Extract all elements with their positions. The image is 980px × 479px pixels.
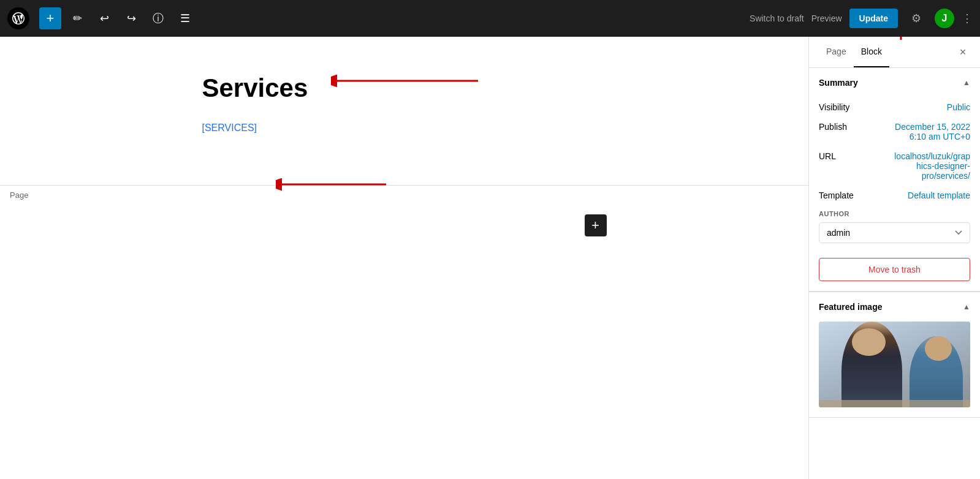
settings-gear-button[interactable]: ⚙ (905, 7, 927, 29)
featured-image-section-header[interactable]: Featured image ▲ (809, 292, 980, 322)
add-block-inline-button[interactable]: + (585, 214, 607, 236)
update-button[interactable]: Update (849, 9, 898, 28)
template-row: Template Default template (809, 186, 980, 205)
url-label: URL (819, 151, 868, 161)
redo-button[interactable]: ↪ (120, 7, 142, 29)
visibility-value[interactable]: Public (947, 102, 970, 112)
featured-image-chevron-icon: ▲ (963, 303, 970, 311)
sidebar-header: Page Block × (809, 37, 980, 68)
person2-head (925, 336, 952, 361)
toolbar-right: Switch to draft Preview Update ⚙ J ⋮ (750, 7, 973, 29)
author-select[interactable]: admin (819, 222, 970, 243)
editor-content: Services [SERVICES] + (153, 37, 656, 185)
publish-value[interactable]: December 15, 20226:10 am UTC+0 (895, 122, 970, 141)
preview-button[interactable]: Preview (811, 13, 842, 23)
template-row-wrapper: Template Default template (809, 186, 980, 205)
switch-to-draft-button[interactable]: Switch to draft (750, 13, 804, 23)
author-label: AUTHOR (819, 210, 970, 217)
visibility-label: Visibility (819, 102, 868, 112)
template-label: Template (819, 190, 868, 200)
desk-area (819, 400, 970, 407)
page-shortcode[interactable]: [SERVICES] (202, 123, 607, 134)
page-title[interactable]: Services (202, 74, 607, 103)
publish-row: Publish December 15, 20226:10 am UTC+0 (809, 117, 980, 146)
info-button[interactable]: ⓘ (147, 7, 169, 29)
tab-page[interactable]: Page (819, 37, 854, 67)
person1-head (852, 328, 885, 356)
featured-image-container[interactable] (819, 322, 970, 407)
wp-logo (7, 7, 29, 29)
main-area: Services [SERVICES] + Page Page Block (0, 37, 980, 479)
add-block-toolbar-button[interactable]: + (39, 7, 61, 29)
featured-image-preview (819, 322, 970, 407)
toolbar: + ✏ ↩ ↪ ⓘ ☰ Switch to draft Preview Upda… (0, 0, 980, 37)
url-row: URL localhost/luzuk/graphics-designer-pr… (809, 146, 980, 186)
sidebar-close-button[interactable]: × (953, 42, 973, 62)
featured-image-section: Featured image ▲ (809, 292, 980, 418)
summary-section: Summary ▲ Visibility Public Publish Dece… (809, 68, 980, 292)
featured-image-title: Featured image (819, 302, 882, 312)
template-value[interactable]: Default template (908, 190, 970, 200)
editor-area: Services [SERVICES] + Page (0, 37, 808, 479)
summary-chevron-icon: ▲ (963, 78, 970, 87)
visibility-row: Visibility Public (809, 97, 980, 117)
jetpack-icon: J (935, 9, 954, 28)
url-value[interactable]: localhost/luzuk/graphics-designer-pro/se… (894, 151, 970, 181)
sidebar: Page Block × Summary ▲ Visibility P (808, 37, 980, 479)
publish-label: Publish (819, 122, 868, 132)
author-section: AUTHOR admin (809, 205, 980, 253)
summary-title: Summary (819, 78, 858, 88)
undo-button[interactable]: ↩ (93, 7, 115, 29)
list-view-button[interactable]: ☰ (174, 7, 196, 29)
move-to-trash-button[interactable]: Move to trash (819, 258, 970, 281)
status-bar: Page (0, 185, 808, 205)
tab-block[interactable]: Block (854, 37, 889, 67)
edit-pen-button[interactable]: ✏ (66, 7, 88, 29)
summary-section-header[interactable]: Summary ▲ (809, 68, 980, 97)
more-options-button[interactable]: ⋮ (962, 12, 973, 25)
status-label: Page (10, 190, 28, 200)
